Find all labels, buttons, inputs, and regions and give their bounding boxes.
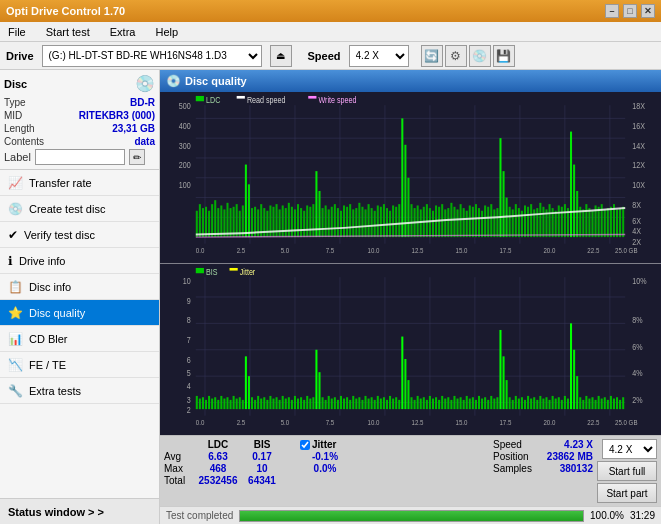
svg-rect-332 (545, 397, 547, 409)
jitter-checkbox[interactable] (300, 440, 310, 450)
speed-select[interactable]: 4.2 X (349, 45, 409, 67)
status-window-button[interactable]: Status window > > (0, 498, 159, 524)
menu-start-test[interactable]: Start test (42, 24, 94, 40)
svg-rect-302 (453, 395, 455, 408)
nav-drive-info[interactable]: ℹ Drive info (0, 248, 159, 274)
svg-text:22.5: 22.5 (587, 246, 599, 255)
svg-text:12.5: 12.5 (412, 246, 424, 255)
refresh-icon[interactable]: 🔄 (421, 45, 443, 67)
start-full-button[interactable]: Start full (597, 461, 657, 481)
svg-rect-292 (423, 397, 425, 409)
minimize-button[interactable]: – (605, 4, 619, 18)
svg-rect-238 (257, 395, 259, 408)
svg-rect-154 (573, 165, 575, 238)
svg-text:400: 400 (179, 121, 191, 131)
svg-text:7.5: 7.5 (326, 418, 335, 427)
nav-drive-info-label: Drive info (19, 255, 65, 267)
close-button[interactable]: ✕ (641, 4, 655, 18)
svg-rect-277 (377, 395, 379, 408)
svg-rect-323 (518, 398, 520, 409)
svg-rect-75 (331, 207, 333, 237)
disc-label-input[interactable] (35, 149, 125, 165)
start-part-button[interactable]: Start part (597, 483, 657, 503)
svg-rect-341 (573, 349, 575, 408)
svg-rect-300 (447, 397, 449, 409)
disc-mid-key: MID (4, 110, 22, 121)
svg-rect-38 (217, 208, 219, 237)
progress-track (239, 510, 584, 522)
disc-icon[interactable]: 💿 (469, 45, 491, 67)
nav-disc-quality[interactable]: ⭐ Disc quality (0, 300, 159, 326)
svg-rect-93 (386, 208, 388, 237)
nav-disc-info[interactable]: 📋 Disc info (0, 274, 159, 300)
svg-text:2.5: 2.5 (237, 246, 246, 255)
nav-extra-tests[interactable]: 🔧 Extra tests (0, 378, 159, 404)
svg-rect-89 (374, 211, 376, 237)
speed-info-row: Speed 4.23 X (493, 439, 593, 450)
svg-rect-303 (457, 398, 459, 409)
svg-rect-218 (196, 395, 198, 408)
drive-select[interactable]: (G:) HL-DT-ST BD-RE WH16NS48 1.D3 (42, 45, 262, 67)
svg-rect-168 (616, 209, 618, 237)
stats-spacer (286, 439, 296, 450)
nav-cd-bler-label: CD Bler (29, 333, 68, 345)
svg-rect-243 (272, 398, 274, 409)
nav-cd-bler[interactable]: 📊 CD Bler (0, 326, 159, 352)
svg-rect-96 (395, 207, 397, 237)
svg-rect-325 (524, 399, 526, 408)
stats-max-label: Max (164, 463, 194, 474)
nav-verify-test-disc[interactable]: ✔ Verify test disc (0, 222, 159, 248)
speed-dropdown[interactable]: 4.2 X (602, 439, 657, 459)
svg-rect-297 (438, 399, 440, 408)
svg-rect-88 (371, 208, 373, 237)
svg-rect-347 (591, 397, 593, 409)
svg-rect-353 (610, 395, 612, 408)
svg-text:12X: 12X (632, 161, 645, 171)
nav-transfer-rate[interactable]: 📈 Transfer rate (0, 170, 159, 196)
svg-rect-317 (499, 329, 501, 408)
drive-info-icon: ℹ (8, 254, 13, 268)
svg-rect-230 (233, 395, 235, 408)
svg-rect-285 (401, 336, 403, 409)
svg-rect-160 (591, 211, 593, 237)
chart-bot: 10 9 8 7 6 5 4 3 2 10% 8% 6% 4% 2% (160, 264, 661, 436)
nav-fe-te[interactable]: 📉 FE / TE (0, 352, 159, 378)
svg-rect-133 (509, 207, 511, 237)
settings-icon[interactable]: ⚙ (445, 45, 467, 67)
menu-extra[interactable]: Extra (106, 24, 140, 40)
svg-text:10.0: 10.0 (368, 418, 380, 427)
svg-text:8%: 8% (632, 315, 643, 325)
svg-text:18X: 18X (632, 101, 645, 111)
disc-label-edit-button[interactable]: ✏ (129, 149, 145, 165)
svg-rect-287 (407, 380, 409, 409)
svg-rect-76 (334, 204, 336, 237)
disc-type-row: Type BD-R (4, 97, 155, 108)
svg-rect-122 (475, 204, 477, 237)
nav-create-test-disc[interactable]: 💿 Create test disc (0, 196, 159, 222)
svg-rect-336 (558, 397, 560, 409)
svg-rect-54 (266, 211, 268, 237)
menu-help[interactable]: Help (151, 24, 182, 40)
svg-rect-340 (570, 323, 572, 409)
save-icon[interactable]: 💾 (493, 45, 515, 67)
svg-rect-346 (588, 398, 590, 409)
menu-file[interactable]: File (4, 24, 30, 40)
svg-rect-63 (294, 209, 296, 237)
svg-rect-125 (484, 205, 486, 237)
maximize-button[interactable]: □ (623, 4, 637, 18)
disc-length-val: 23,31 GB (112, 123, 155, 134)
svg-rect-173 (237, 96, 245, 99)
svg-rect-108 (432, 211, 434, 237)
svg-rect-104 (420, 209, 422, 237)
svg-rect-299 (444, 398, 446, 409)
samples-info-val: 380132 (560, 463, 593, 474)
svg-rect-278 (380, 398, 382, 409)
svg-rect-155 (576, 191, 578, 237)
fe-te-icon: 📉 (8, 358, 23, 372)
svg-rect-70 (315, 171, 317, 237)
svg-rect-258 (318, 372, 320, 409)
create-test-disc-icon: 💿 (8, 202, 23, 216)
eject-button[interactable]: ⏏ (270, 45, 292, 67)
svg-rect-327 (530, 398, 532, 409)
svg-rect-34 (205, 207, 207, 237)
